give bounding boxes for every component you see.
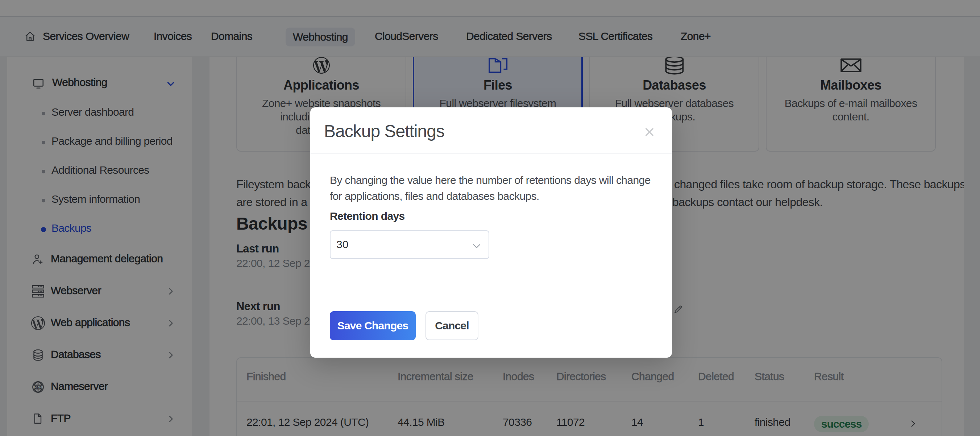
screen: Services Overview Invoices Domains Webho… [0,0,980,436]
modal-divider [310,153,672,154]
cancel-button[interactable]: Cancel [425,311,479,340]
modal-description-line: for applications, files and databases ba… [330,188,663,204]
select-value: 30 [336,238,348,251]
modal-title: Backup Settings [324,121,444,141]
retention-days-select[interactable]: 30 [330,230,489,259]
modal-description: By changing the value here the number of… [330,172,663,204]
backup-settings-modal: Backup Settings By changing the value he… [310,107,672,358]
retention-days-label: Retention days [330,210,405,222]
save-changes-button[interactable]: Save Changes [330,311,416,340]
chevron-down-icon [471,241,482,251]
close-icon[interactable] [644,127,655,137]
modal-description-line: By changing the value here the number of… [330,172,663,188]
